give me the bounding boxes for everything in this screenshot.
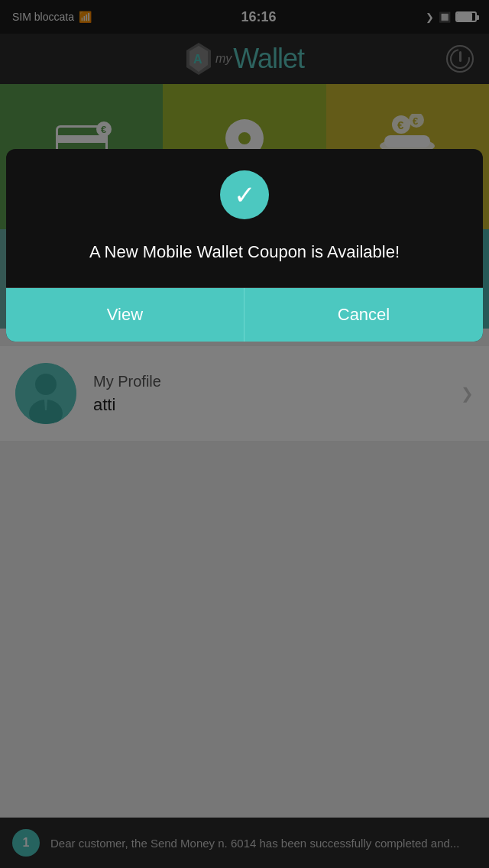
modal-dialog: ✓ A New Mobile Wallet Coupon is Availabl… [6,149,483,342]
modal-check-area: ✓ [6,149,483,235]
check-circle: ✓ [220,170,269,219]
modal-overlay [0,0,489,868]
modal-cancel-button[interactable]: Cancel [244,288,483,342]
modal-message: A New Mobile Wallet Coupon is Available! [6,235,483,287]
modal-view-button[interactable]: View [6,288,244,342]
checkmark-icon: ✓ [234,182,255,208]
modal-buttons: View Cancel [6,287,483,342]
